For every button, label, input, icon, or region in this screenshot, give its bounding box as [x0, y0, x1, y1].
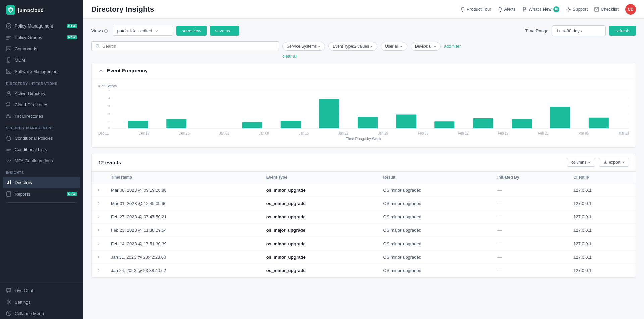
checklist-button[interactable]: Checklist — [594, 7, 619, 12]
section-label-insights: Insights — [0, 166, 83, 177]
row-expand-button[interactable] — [92, 210, 106, 224]
chart-icon — [6, 180, 11, 185]
topbar: Directory Insights Product Tour Alerts W… — [83, 0, 644, 19]
reports-icon — [6, 191, 11, 197]
sidebar-item-mdm[interactable]: MDM — [0, 54, 83, 66]
table-row[interactable]: Feb 23, 2023 @ 11:38:29.54 os_major_upgr… — [92, 224, 636, 237]
row-expand-button[interactable] — [92, 197, 106, 210]
sidebar-item-settings[interactable]: Settings — [0, 296, 83, 308]
svg-rect-46 — [550, 107, 570, 128]
chart-area: 5 4 3 2 1 0 — [98, 90, 629, 130]
row-expand-button[interactable] — [92, 237, 106, 251]
sidebar-item-cloud-directories[interactable]: Cloud Directories — [0, 99, 83, 110]
hr-icon — [6, 113, 11, 119]
row-expand-button[interactable] — [92, 251, 106, 264]
clear-row: clear all — [91, 54, 636, 59]
sidebar-item-directory[interactable]: Directory — [3, 177, 80, 188]
search-input[interactable] — [103, 44, 275, 49]
save-view-button[interactable]: save view — [176, 26, 206, 36]
sidebar-item-collapse-menu[interactable]: Collapse Menu — [0, 308, 83, 319]
sidebar-item-label: MDM — [15, 58, 25, 63]
refresh-button[interactable]: refresh — [609, 26, 636, 36]
shield-icon — [6, 135, 11, 141]
x-label: Jan 01 — [219, 131, 229, 135]
alerts-button[interactable]: Alerts — [498, 7, 516, 12]
svg-text:5: 5 — [108, 90, 110, 92]
sidebar-item-label: HR Directories — [15, 114, 43, 119]
sidebar-item-active-directory[interactable]: Active Directory — [0, 88, 83, 99]
table-row[interactable]: Jan 31, 2023 @ 23:42:23.60 os_minor_upgr… — [92, 251, 636, 264]
row-expand-button[interactable] — [92, 183, 106, 197]
table-row[interactable]: Feb 14, 2023 @ 17:51:30.39 os_minor_upgr… — [92, 237, 636, 251]
table-row[interactable]: Feb 27, 2023 @ 07:47:50.21 os_minor_upgr… — [92, 210, 636, 224]
svg-rect-38 — [242, 122, 262, 128]
filter-chip-user[interactable]: User:all — [381, 42, 407, 51]
gear-icon — [566, 7, 571, 12]
events-count: 12 events — [98, 160, 121, 165]
sidebar-item-live-chat[interactable]: Live Chat — [0, 285, 83, 296]
user-avatar[interactable]: CD — [625, 4, 636, 15]
row-expand-button[interactable] — [92, 264, 106, 277]
sidebar-item-mfa-configurations[interactable]: MFA Configurations — [0, 155, 83, 166]
commands-icon — [6, 46, 11, 51]
chart-svg: 5 4 3 2 1 0 — [98, 90, 629, 130]
views-dropdown[interactable]: patch_fde - edited — [113, 26, 173, 36]
filter-chip-label: Service:Systems — [287, 44, 317, 49]
sidebar-item-conditional-policies[interactable]: Conditional Policies — [0, 132, 83, 144]
sidebar-item-software-management[interactable]: Software Management — [0, 66, 83, 77]
chart-container: # of Events 5 4 3 2 — [92, 78, 636, 147]
event-type-cell: os_minor_upgrade — [261, 237, 378, 251]
sidebar-item-label: Collapse Menu — [15, 311, 44, 316]
sidebar-item-conditional-lists[interactable]: Conditional Lists — [0, 144, 83, 155]
save-as-button[interactable]: save as... — [210, 26, 239, 36]
result-header: Result — [378, 172, 492, 183]
timestamp-header: Timestamp — [106, 172, 261, 183]
filter-chip-service[interactable]: Service:Systems — [282, 42, 325, 51]
sidebar-item-reports[interactable]: Reports NEW — [0, 188, 83, 200]
chevron-down-icon — [370, 45, 373, 48]
whats-new-button[interactable]: What's New 10 — [522, 6, 559, 12]
chevron-down-icon — [434, 45, 436, 48]
events-table: Timestamp Event Type Result Initiated By… — [92, 172, 636, 277]
client-ip-cell: 127.0.0.1 — [568, 183, 636, 197]
views-label-text: Views — [91, 28, 103, 33]
sidebar-item-policy-management[interactable]: Policy Management NEW — [0, 20, 83, 32]
cloud-icon — [6, 102, 11, 107]
sidebar-item-label: MFA Configurations — [15, 158, 53, 163]
filter-chip-event-type[interactable]: Event Type:2 values — [328, 42, 377, 51]
columns-button[interactable]: columns — [567, 158, 595, 167]
sidebar-item-label: Active Directory — [15, 91, 45, 96]
clear-all-button[interactable]: clear all — [282, 54, 298, 59]
sidebar-item-label: Commands — [15, 46, 37, 51]
product-tour-button[interactable]: Product Tour — [460, 7, 491, 12]
add-filter-button[interactable]: add filter — [444, 44, 461, 49]
event-type-cell: os_minor_upgrade — [261, 264, 378, 277]
row-expand-button[interactable] — [92, 224, 106, 237]
collapse-icon — [6, 311, 11, 316]
svg-rect-4 — [6, 39, 9, 40]
chevron-down-icon — [318, 45, 321, 48]
svg-text:4: 4 — [108, 97, 110, 100]
svg-rect-14 — [7, 183, 8, 184]
x-label: Feb 19 — [498, 131, 508, 135]
time-range-input[interactable]: Last 90 days — [552, 25, 606, 36]
export-button[interactable]: export — [599, 158, 629, 167]
client-ip-cell: 127.0.0.1 — [568, 224, 636, 237]
badge-new: NEW — [67, 35, 77, 39]
client-ip-header: Client IP — [568, 172, 636, 183]
table-row[interactable]: Mar 08, 2023 @ 09:19:28.88 os_minor_upgr… — [92, 183, 636, 197]
client-ip-cell: 127.0.0.1 — [568, 251, 636, 264]
sidebar-item-commands[interactable]: Commands — [0, 43, 83, 54]
table-row[interactable]: Mar 01, 2023 @ 12:45:09.96 os_minor_upgr… — [92, 197, 636, 210]
table-row[interactable]: Jan 24, 2023 @ 23:38:40.62 os_minor_upgr… — [92, 264, 636, 277]
sidebar-item-hr-directories[interactable]: HR Directories — [0, 110, 83, 122]
sidebar-logo[interactable]: jumpcloud — [0, 0, 83, 20]
filter-chip-device[interactable]: Device:all — [411, 42, 441, 51]
page-title: Directory Insights — [91, 5, 453, 14]
event-type-cell: os_minor_upgrade — [261, 251, 378, 264]
support-button[interactable]: Support — [566, 7, 588, 12]
collapse-chart-icon[interactable] — [98, 68, 104, 73]
whats-new-badge: 10 — [553, 6, 559, 12]
sidebar-item-policy-groups[interactable]: Policy Groups NEW — [0, 32, 83, 43]
sidebar-bottom: Live Chat Settings Collapse Menu — [0, 283, 83, 319]
